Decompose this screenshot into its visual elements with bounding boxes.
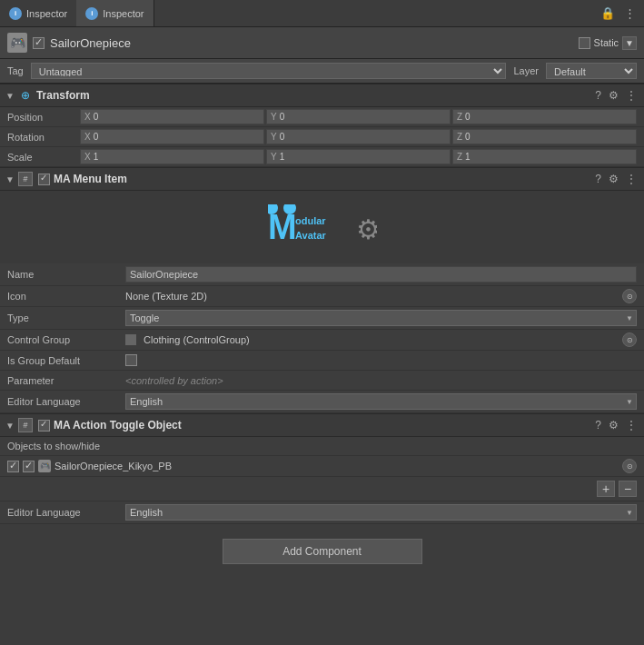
icon-label: Icon [7,291,125,302]
icon-row: Icon None (Texture 2D) ⊙ [0,286,644,307]
editor-language-select-wrapper-action: English [125,504,637,521]
static-dropdown[interactable]: ▼ [622,36,637,50]
rotation-label: Rotation [7,132,80,143]
rotation-z-value: 0 [465,132,471,142]
tab-label-1: Inspector [26,8,67,19]
ma-menu-title: MA Menu Item [54,173,590,185]
obj-row-checkbox-2[interactable] [23,461,35,472]
scale-label: Scale [7,152,80,163]
lock-icon[interactable]: 🔒 [598,5,618,22]
list-add-button[interactable]: + [597,481,615,497]
scale-y-label: Y [271,152,277,162]
transform-section: Position X 0 Y 0 Z 0 Rotation [0,107,644,167]
control-group-icon [125,334,136,345]
position-label: Position [7,112,80,123]
editor-language-select-wrapper-menu: English [125,393,637,410]
ma-menu-collapse-arrow[interactable]: ▼ [5,174,15,184]
rotation-z-label: Z [457,132,462,142]
tab-inspector-1[interactable]: i Inspector [0,0,76,26]
object-active-checkbox[interactable] [33,37,45,49]
transform-menu-icon[interactable]: ⋮ [624,89,639,102]
position-y-field[interactable]: Y 0 [266,109,451,124]
position-z-field[interactable]: Z 0 [452,109,637,124]
name-input[interactable] [125,266,637,283]
svg-text:odular: odular [295,215,326,226]
ma-action-menu-icon[interactable]: ⋮ [624,419,639,432]
type-select[interactable]: Toggle [125,310,637,326]
icon-pick-button[interactable]: ⊙ [622,289,637,303]
ma-action-controls: ? ⚙ ⋮ [593,419,639,432]
transform-collapse-arrow[interactable]: ▼ [5,91,15,101]
editor-language-row-menu: Editor Language English [0,391,644,413]
type-label: Type [7,313,125,323]
scale-y-field[interactable]: Y 1 [266,149,451,164]
transform-icon: ⊕ [18,88,33,103]
rotation-y-label: Y [271,132,277,142]
is-group-default-row: Is Group Default [0,351,644,371]
position-xyz: X 0 Y 0 Z 0 [80,109,637,124]
scale-row: Scale X 1 Y 1 Z 1 [0,147,644,167]
ma-menu-menu-icon[interactable]: ⋮ [624,173,639,185]
position-x-field[interactable]: X 0 [80,109,264,124]
tab-inspector-2[interactable]: i Inspector [76,0,154,26]
tab-bar: i Inspector i Inspector 🔒 ⋮ [0,0,644,27]
parameter-placeholder: <controlled by action> [125,375,223,386]
menu-icon[interactable]: ⋮ [621,5,639,22]
name-label: Name [7,269,125,280]
add-component-button[interactable]: Add Component [223,539,422,564]
ma-menu-active-checkbox[interactable] [38,174,50,185]
obj-row-checkbox-1[interactable] [7,461,19,472]
rotation-z-field[interactable]: Z 0 [452,129,637,144]
rotation-x-field[interactable]: X 0 [80,129,264,144]
ma-menu-settings-icon[interactable]: ⚙ [607,173,620,185]
editor-language-select-action[interactable]: English [125,504,637,521]
ma-menu-help-icon[interactable]: ? [593,173,603,185]
svg-text:⚙: ⚙ [356,214,377,244]
obj-row-pick-button[interactable]: ⊙ [622,459,637,473]
tab-icon-2: i [85,7,98,20]
list-add-remove: + − [0,477,644,501]
tab-bar-actions: 🔒 ⋮ [598,5,644,22]
editor-language-label-menu: Editor Language [7,396,125,407]
editor-language-select-menu[interactable]: English [125,393,637,410]
tab-label-2: Inspector [103,8,144,19]
control-group-pick-button[interactable]: ⊙ [622,332,637,347]
is-group-default-checkbox[interactable] [125,354,137,366]
control-group-label: Control Group [7,334,125,345]
editor-language-row-action: Editor Language English [0,501,644,524]
ma-action-active-checkbox[interactable] [38,420,50,432]
ma-menu-item-props: Name Icon None (Texture 2D) ⊙ Type Toggl… [0,263,644,413]
scale-x-value: 1 [94,152,99,162]
transform-controls: ? ⚙ ⋮ [593,89,639,102]
rotation-y-value: 0 [280,132,285,142]
rotation-y-field[interactable]: Y 0 [266,129,451,144]
position-x-label: X [84,112,91,122]
ma-action-help-icon[interactable]: ? [593,419,603,432]
tag-select[interactable]: Untagged [31,63,507,79]
scale-z-field[interactable]: Z 1 [452,149,637,164]
scale-y-value: 1 [280,152,285,162]
rotation-xyz: X 0 Y 0 Z 0 [80,129,637,144]
transform-settings-icon[interactable]: ⚙ [607,89,620,102]
name-row: Name [0,263,644,286]
transform-help-icon[interactable]: ? [593,89,603,102]
position-y-label: Y [271,112,277,122]
ma-menu-item-section-header: ▼ # MA Menu Item ? ⚙ ⋮ [0,167,644,191]
ma-action-settings-icon[interactable]: ⚙ [607,419,620,432]
scale-z-value: 1 [465,152,471,162]
scale-x-field[interactable]: X 1 [80,149,264,164]
main-content: 🎮 SailorOnepiece Static ▼ Tag Untagged L… [0,27,644,645]
parameter-row: Parameter <controlled by action> [0,371,644,391]
ma-action-toggle-section-header: ▼ # MA Action Toggle Object ? ⚙ ⋮ [0,413,644,437]
rotation-x-label: X [84,132,91,142]
tag-label: Tag [7,65,24,76]
layer-select[interactable]: Default [546,63,637,79]
static-checkbox[interactable] [579,37,590,49]
position-z-value: 0 [465,112,471,122]
object-icon: 🎮 [7,33,27,53]
rotation-x-value: 0 [94,132,99,142]
type-row: Type Toggle [0,307,644,330]
list-remove-button[interactable]: − [619,481,637,497]
object-name: SailorOnepiece [50,36,573,50]
ma-action-collapse-arrow[interactable]: ▼ [5,421,15,431]
